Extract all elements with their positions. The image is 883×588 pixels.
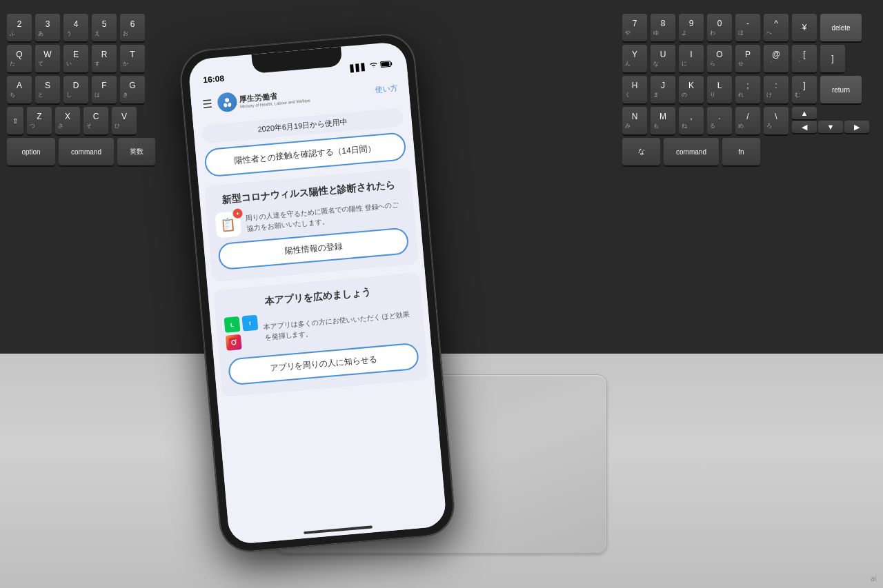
watermark: ai [871,575,876,582]
kb-key: 2ふ [7,14,32,41]
kb-key: Rす [92,45,117,72]
kb-key: Kの [679,76,704,103]
kb-key: ]む [792,76,817,103]
kb-key: /め [735,107,760,134]
line-icon: L [224,316,241,333]
kb-key-return: return [820,76,862,103]
keyboard-background: 2ふ 3あ 4う 5え 6お Qた Wて Eい Rす Tか Aち Sと Dし F… [0,0,883,358]
covid-section-desc: 周りの人達を守るために匿名での陽性 登録へのご協力をお願いいたします。 [245,199,406,233]
kb-key: Yん [622,45,647,72]
signal-icon: ▋▋▋ [350,63,367,72]
kb-key: Xさ [55,107,80,134]
wifi-icon [369,61,378,70]
kb-key: Wて [35,45,60,72]
kb-row-2: Qた Wて Eい Rす Tか [7,45,155,72]
kb-key: Lり [707,76,732,103]
social-icons-block: L t [224,315,260,354]
kb-key-right: ▶ [844,121,869,133]
header-left: ☰ 厚生労働省 Ministry of [201,85,310,114]
instagram-icon [226,334,242,351]
kb-key-na: な [622,138,660,165]
kb-key-shift: ⇧ [7,107,23,134]
icon-badge: + [232,208,243,219]
kb-row-1: 2ふ 3あ 4う 5え 6お [7,14,155,41]
phone-wrapper: 16:08 ▋▋▋ ☰ [179,32,456,554]
kb-key-option: option [7,138,55,165]
kb-row-r4: Nみ Mも ,ね .る /め \ろ ▲ ◀ ▼ ▶ [622,107,869,134]
svg-rect-9 [228,337,239,347]
kb-key: 6お [120,14,145,41]
kb-key: .る [707,107,732,134]
kb-key: ;れ [735,76,760,103]
kb-key: -ほ [735,14,760,41]
svg-point-4 [228,103,232,108]
kb-key: Nみ [622,107,647,134]
status-time: 16:08 [203,74,225,85]
kb-key: Pせ [735,45,760,72]
social-row-2 [226,333,260,351]
app-content: ☰ 厚生労働省 Ministry of [190,71,447,545]
keyboard-left: 2ふ 3あ 4う 5え 6お Qた Wて Eい Rす Tか Aち Sと Dし F… [7,14,155,165]
kb-key: 0わ [707,14,732,41]
ministry-name-block: 厚生労働省 Ministry of Health, Labour and Wel… [239,88,310,108]
menu-icon[interactable]: ☰ [202,97,213,111]
social-row: L t [224,315,259,333]
kb-key: Zつ [27,107,52,134]
kb-key-command-r: command [664,138,719,165]
kb-key: [゜ [792,45,817,72]
kb-key: Tか [120,45,145,72]
kb-key: Jま [651,76,675,103]
kb-key: ^へ [764,14,788,41]
kb-row-3: Aち Sと Dし Fは Gき [7,76,155,103]
kb-key: 8ゆ [651,14,675,41]
kb-key: Qた [7,45,32,72]
kb-key: Uな [651,45,675,72]
logo-icon [217,92,237,112]
kb-key: ¥ [792,14,817,41]
phone-frame: 16:08 ▋▋▋ ☰ [179,32,456,554]
kb-key-eisuu: 英数 [117,138,155,165]
kb-key: \ろ [764,107,788,134]
kb-key-left: ◀ [792,121,817,133]
kb-key: ] [820,45,845,72]
kb-key: Oら [707,45,732,72]
spread-section-desc: 本アプリは多くの方にお使いいただく ほど効果を発揮します。 [263,309,416,343]
svg-text:L: L [230,322,235,328]
kb-key: Hく [622,76,647,103]
battery-icon [380,60,393,70]
kb-key: Vひ [112,107,137,134]
kb-key: 4う [63,14,88,41]
help-link[interactable]: 使い方 [375,82,398,94]
svg-point-2 [225,98,230,103]
kb-key: 7や [622,14,647,41]
kb-key: Fは [92,76,117,103]
svg-rect-1 [381,62,389,67]
kb-key: 5え [92,14,117,41]
keyboard-right: 7や 8ゆ 9よ 0わ -ほ ^へ ¥ delete Yん Uな Iに Oら P… [622,14,869,165]
clipboard-icon: 📋 + [215,211,241,238]
kb-key: Sと [35,76,60,103]
kb-row-r2: Yん Uな Iに Oら Pせ @゛ [゜ ] [622,45,869,72]
kb-row-bottom: option command 英数 [7,138,155,165]
kb-key: Aち [7,76,32,103]
kb-key: 3あ [35,14,60,41]
kb-key: 9よ [679,14,704,41]
phone-screen: 16:08 ▋▋▋ ☰ [188,41,447,545]
kb-row-4: ⇧ Zつ Xさ Cそ Vひ [7,107,155,134]
kb-key-down: ▼ [818,121,843,133]
spread-section: 本アプリを広めましょう L t [213,272,428,398]
kb-key: :け [764,76,788,103]
svg-point-3 [223,103,228,108]
kb-row-r-bottom: な command fn [622,138,869,165]
status-icons: ▋▋▋ [350,60,393,72]
kb-key: Dし [63,76,88,103]
kb-key-up: ▲ [792,107,817,119]
kb-row-r3: Hく Jま Kの Lり ;れ :け ]む return [622,76,869,103]
kb-key-command: command [59,138,114,165]
ministry-logo: 厚生労働省 Ministry of Health, Labour and Wel… [217,85,310,113]
kb-key-delete: delete [820,14,862,41]
twitter-icon: t [242,315,259,332]
covid-section: 新型コロナウィルス陽性と診断されたら 📋 + 周りの人達を守るために匿名での陽性… [204,168,419,283]
kb-key: @゛ [764,45,788,72]
kb-key: Mも [651,107,675,134]
